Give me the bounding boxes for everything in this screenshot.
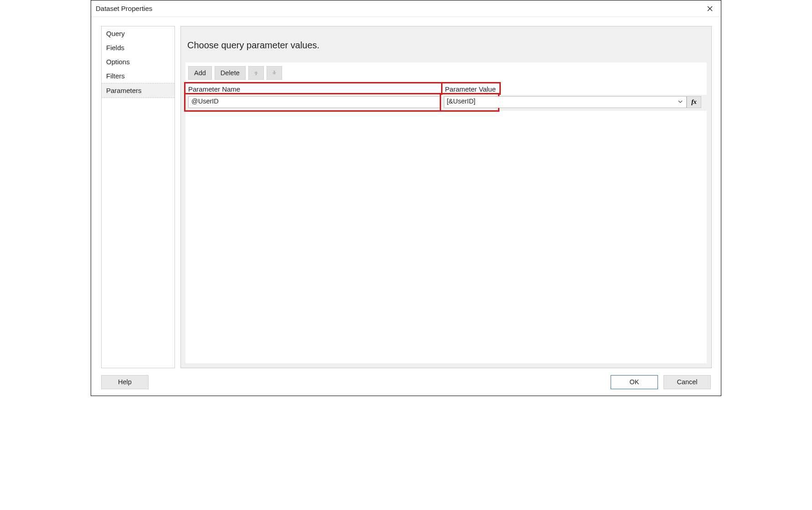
- parameter-value-combobox[interactable]: [&UserID]: [444, 96, 687, 108]
- arrow-down-icon: [271, 70, 278, 76]
- ok-button[interactable]: OK: [611, 375, 658, 389]
- sidebar: Query Fields Options Filters Parameters: [101, 26, 175, 368]
- window-title: Dataset Properties: [96, 5, 152, 12]
- fx-icon: fx: [691, 98, 697, 106]
- close-icon: [707, 6, 713, 11]
- move-up-button[interactable]: [248, 66, 264, 80]
- parameters-grid: Parameter Name Parameter Value: [185, 83, 707, 111]
- dialog-window: Dataset Properties Query Fields Options …: [91, 0, 721, 396]
- sidebar-item-parameters[interactable]: Parameters: [102, 83, 175, 98]
- titlebar: Dataset Properties: [91, 0, 721, 17]
- parameter-name-input[interactable]: @UserID: [188, 96, 441, 108]
- help-button[interactable]: Help: [101, 375, 149, 389]
- dialog-footer: Help OK Cancel: [91, 368, 721, 396]
- parameters-panel: Add Delete Parameter Name: [185, 62, 707, 363]
- cancel-button[interactable]: Cancel: [663, 375, 711, 389]
- sidebar-item-fields[interactable]: Fields: [102, 41, 175, 55]
- grid-row: @UserID [&UserID] fx: [185, 95, 707, 111]
- content-heading: Choose query parameter values.: [181, 26, 711, 62]
- close-button[interactable]: [704, 2, 716, 15]
- arrow-up-icon: [253, 70, 259, 76]
- column-header-name: Parameter Name: [188, 83, 441, 95]
- sidebar-item-query[interactable]: Query: [102, 26, 175, 41]
- sidebar-item-filters[interactable]: Filters: [102, 69, 175, 83]
- dialog-body: Query Fields Options Filters Parameters …: [91, 17, 721, 368]
- sidebar-item-options[interactable]: Options: [102, 55, 175, 69]
- chevron-down-icon: [678, 99, 683, 104]
- toolbar: Add Delete: [185, 62, 707, 83]
- add-button[interactable]: Add: [188, 66, 212, 80]
- delete-button[interactable]: Delete: [215, 66, 246, 80]
- content-panel: Choose query parameter values. Add Delet…: [180, 26, 712, 368]
- column-header-value: Parameter Value: [445, 83, 499, 95]
- expression-button[interactable]: fx: [687, 96, 701, 108]
- grid-header-row: Parameter Name Parameter Value: [185, 83, 707, 95]
- move-down-button[interactable]: [267, 66, 282, 80]
